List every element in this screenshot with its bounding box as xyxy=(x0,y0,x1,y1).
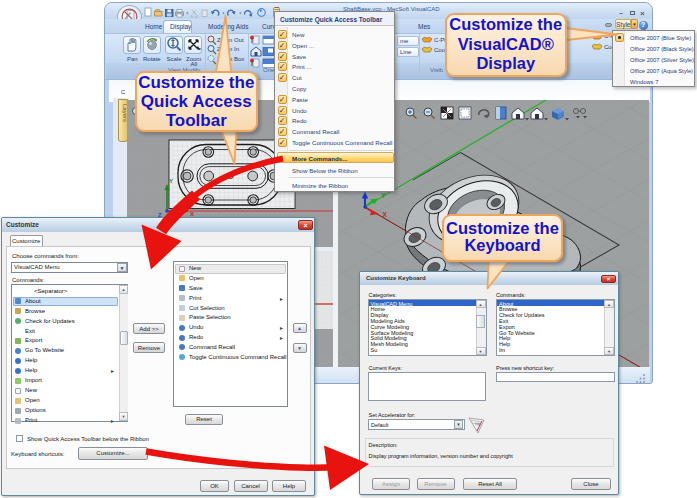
svg-text:X: X xyxy=(382,211,387,218)
svg-text:Y: Y xyxy=(169,178,173,184)
svg-text:Y: Y xyxy=(381,192,386,199)
